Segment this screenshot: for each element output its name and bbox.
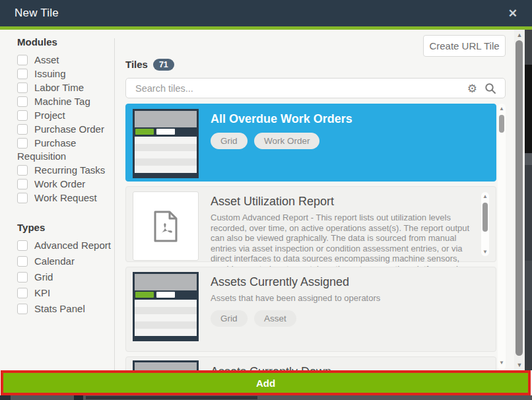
scroll-down-icon[interactable]: ▼ [498,360,506,366]
tile-card-asset-utilization-report[interactable]: Asset Utilization Report Custom Advanced… [125,186,496,262]
sidebar-divider [114,38,115,372]
checkbox-label[interactable]: Calendar [34,255,75,267]
grid-preview-thumbnail [133,360,199,370]
tiles-search-box: ⚙ [125,78,506,98]
search-input[interactable] [126,79,456,98]
checkbox-label[interactable]: Advanced Report [34,240,111,251]
tiles-header: Tiles71 [125,59,174,71]
module-filter-work-request[interactable]: Work Request [17,191,115,205]
background-page-right-strip [525,30,532,370]
checkbox[interactable] [17,96,28,107]
tile-title: All Overdue Work Orders [211,112,490,126]
checkbox-label[interactable]: Work Order [34,178,85,189]
checkbox-label[interactable]: Purchase Order [34,123,104,135]
add-button[interactable]: Add [3,373,528,393]
tiles-count-badge: 71 [153,59,174,71]
tag-badge: Work Order [254,133,320,149]
checkbox-label[interactable]: Stats Panel [34,303,85,314]
checkbox[interactable] [17,69,28,79]
tile-tags: Grid Asset [211,310,490,327]
modal-scrollbar: ▲ ▼ [514,30,525,370]
checkbox[interactable] [17,193,28,203]
checkbox[interactable] [17,179,28,189]
tile-title: Assets Currently Assigned [211,275,490,289]
module-filter-purchase-requisition[interactable]: Purchase Requisition [17,137,115,163]
grid-preview-thumbnail [133,109,199,178]
modal-body: Modules Asset Issuing Labor Time Machine… [0,30,532,395]
checkbox[interactable] [17,110,28,121]
modal-title: New Tile [15,7,59,20]
scroll-down-icon[interactable]: ▼ [514,362,525,368]
tiles-list: All Overdue Work Orders Grid Work Order [125,104,506,370]
checkbox[interactable] [17,288,28,298]
scroll-up-icon[interactable]: ▲ [481,193,489,199]
background-page-bottom-strip [0,395,532,400]
new-tile-modal: New Tile ✕ Modules Asset Issuing Labor T… [0,0,532,400]
modules-filter-group: Asset Issuing Labor Time Machine Tag Pro… [17,53,115,205]
grid-preview-thumbnail [133,272,199,341]
close-icon[interactable]: ✕ [508,8,517,19]
type-filter-calendar[interactable]: Calendar [17,255,115,268]
scrollbar-thumb[interactable] [482,203,488,232]
scrollbar-thumb[interactable] [499,115,504,133]
pdf-file-icon [152,211,179,242]
checkbox-label[interactable]: Asset [34,54,59,65]
tiles-panel: Create URL Tile Tiles71 ⚙ [125,30,506,395]
checkbox[interactable] [17,55,28,65]
tile-card-assets-currently-assigned[interactable]: Assets Currently Assigned Assets that ha… [125,267,496,352]
checkbox-label[interactable]: Work Request [34,192,97,203]
checkbox[interactable] [17,304,28,314]
module-filter-work-order[interactable]: Work Order [17,178,115,191]
tag-badge: Asset [254,310,296,327]
checkbox[interactable] [17,165,28,176]
create-url-tile-button[interactable]: Create URL Tile [423,35,506,57]
scrollbar-thumb[interactable] [515,40,523,356]
module-filter-issuing[interactable]: Issuing [17,67,115,81]
checkbox-label[interactable]: Issuing [34,68,66,79]
types-heading: Types [17,222,115,233]
module-filter-machine-tag[interactable]: Machine Tag [17,95,115,108]
tag-badge: Grid [211,310,248,327]
module-filter-recurring-tasks[interactable]: Recurring Tasks [17,164,115,177]
search-icon[interactable] [484,83,496,94]
tile-card-all-overdue-work-orders[interactable]: All Overdue Work Orders Grid Work Order [125,104,496,182]
checkbox[interactable] [17,272,28,283]
description-scrollbar: ▲ ▼ [481,192,489,256]
checkbox-label[interactable]: Labor Time [34,82,84,93]
module-filter-labor-time[interactable]: Labor Time [17,81,115,94]
tile-tags: Grid Work Order [211,133,490,149]
checkbox-label[interactable]: Recurring Tasks [34,164,105,176]
checkbox[interactable] [17,256,28,267]
scroll-up-icon[interactable]: ▲ [498,106,506,112]
filters-sidebar: Modules Asset Issuing Labor Time Machine… [17,36,115,318]
checkbox-label[interactable]: Project [34,110,65,121]
search-settings-gear-icon[interactable]: ⚙ [467,82,477,96]
checkbox-label[interactable]: Machine Tag [34,96,90,107]
checkbox-label[interactable]: KPI [34,287,50,298]
type-filter-grid[interactable]: Grid [17,271,115,284]
tiles-label: Tiles [125,59,148,70]
scroll-down-icon[interactable]: ▼ [481,249,489,255]
tiles-list-scrollbar: ▲ ▼ [498,104,506,370]
checkbox[interactable] [17,240,28,251]
add-button-highlight: Add [1,370,531,395]
type-filter-advanced-report[interactable]: Advanced Report [17,239,115,252]
checkbox[interactable] [17,83,28,93]
type-filter-stats-panel[interactable]: Stats Panel [17,302,115,316]
checkbox[interactable] [17,124,28,135]
modules-heading: Modules [17,36,115,48]
pdf-report-thumbnail [133,191,199,261]
scroll-up-icon[interactable]: ▲ [514,32,525,38]
type-filter-kpi[interactable]: KPI [17,286,115,300]
tile-title: Asset Utilization Report [211,195,490,209]
checkbox[interactable] [17,138,28,149]
module-filter-project[interactable]: Project [17,109,115,122]
module-filter-purchase-order[interactable]: Purchase Order [17,123,115,136]
tag-badge: Grid [211,133,248,149]
modal-header: New Tile ✕ [0,0,532,26]
module-filter-asset[interactable]: Asset [17,53,115,67]
tile-description: Custom Advanced Report - This report lis… [211,213,484,268]
header-accent-line [0,26,532,30]
checkbox-label[interactable]: Grid [34,271,53,283]
tile-card-assets-currently-down[interactable]: Assets Currently Down [125,356,496,370]
